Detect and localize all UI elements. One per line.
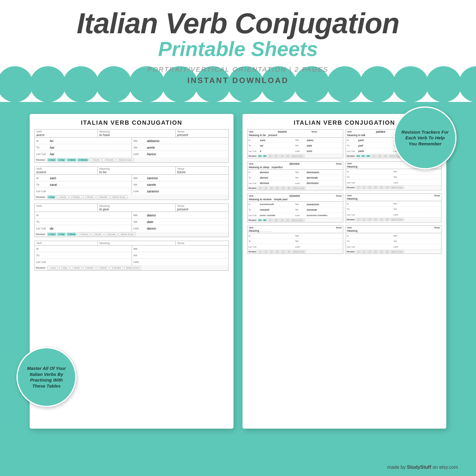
page-title: Italian Verb Conjugation	[0, 9, 476, 38]
footer: made by StudyStuff on etsy.com	[387, 465, 458, 470]
revision-row: Revision 1 Hour 1 Day 1 Week 2 Weeks 1 M…	[35, 265, 228, 270]
verb-label: Verb essere	[35, 167, 98, 174]
verb-body: Io Noidiamo Tu Voidate Lui / Leida Lorod…	[35, 212, 228, 232]
verb-header-row: Verb essere Meaning to be Tense future	[35, 167, 228, 175]
verb-row: Lorohanno	[132, 151, 228, 157]
revision-row: Revision 1 Day 1 Week 2 Weeks 1 Month 3 …	[35, 195, 228, 200]
verb-section-blank: Verb Meaning Tense Io Noi Tu Voi Lui / L…	[34, 241, 229, 271]
verb-header: Verb Tense Meaning	[346, 226, 441, 233]
verb-header-row: Verb Meaning to give Tense present	[35, 204, 228, 212]
verb-row: Tu	[35, 252, 132, 259]
verb-row: Io	[35, 245, 132, 252]
verb-blank-4a: Verb Tense Meaning IoNoi TuVoi Lui / Lei…	[247, 225, 343, 254]
verb-header: Verb Tense Meaning	[346, 194, 441, 201]
verb-section-essere: Verb essere Meaning to be Tense future I…	[34, 166, 229, 200]
verb-row: Lorodanno	[132, 225, 228, 232]
verb-blank-4b: Verb Tense Meaning IoNoi TuVoi Lui / Lei…	[346, 225, 442, 254]
verb-group-4: Verb Tense Meaning IoNoi TuVoi Lui / Lei…	[247, 225, 442, 254]
verb-group-3: Verb ricevere Tense Meaning to receive s…	[247, 193, 442, 222]
verb-header-row: Verb Meaning Tense	[35, 241, 228, 245]
verb-header: Verb dormire Tense Meaning to sleep impe…	[248, 162, 343, 170]
verb-row: Lorosaranno	[132, 188, 228, 195]
badge-right: Revision Trackers For Each Verb To Help …	[394, 106, 457, 169]
tense-label: Tense	[176, 241, 228, 245]
badge-right-text: Revision Trackers For Each Verb To Help …	[401, 129, 449, 147]
verb-section-dare: Verb Meaning to give Tense present Io No…	[34, 204, 229, 237]
verb-label: Verb	[35, 241, 98, 245]
verb-body: Ioho Noiabbiamo Tuhai Voiavete Lui / Lei…	[35, 138, 228, 157]
verb-row: Voi	[132, 252, 228, 259]
verb-ricevere: Verb ricevere Tense Meaning to receive s…	[247, 193, 343, 222]
verb-essere-present: Verb essere Tense Meaning to be present …	[247, 129, 343, 158]
verb-dormire: Verb dormire Tense Meaning to sleep impe…	[247, 161, 343, 190]
meaning-label: Meaning to have	[98, 129, 176, 137]
verb-label: Verb avere	[35, 129, 98, 137]
revision-row: Revision 1 Hour 1 Day 1 Week 2 Weeks 1 M…	[35, 157, 228, 162]
verb-blank-3: Verb Tense Meaning IoNoi TuVoi Lui / Lei…	[346, 193, 442, 222]
verb-header: Verb ricevere Tense Meaning to receive s…	[248, 194, 343, 202]
tense-label: Tense future	[176, 167, 228, 174]
sheet1-title: ITALIAN VERB CONJUGATION	[34, 119, 229, 126]
meaning-label: Meaning to be	[98, 167, 176, 174]
verb-row: Noiabbiamo	[132, 138, 228, 144]
verb-row: Lui / Leida	[35, 225, 132, 232]
verb-row: Tusarai	[35, 181, 132, 188]
footer-suffix: on etsy.com	[431, 465, 458, 470]
download-label: INSTANT DOWNLOAD	[0, 76, 476, 85]
verb-body: Io Noi Tu Voi Lui / Lei Loro	[35, 245, 228, 265]
verb-row: Voisarete	[132, 181, 228, 188]
badge-left: Master All Of Your Italian Verbs By Prac…	[16, 347, 76, 407]
verb-row: Tuhai	[35, 144, 132, 151]
header: Italian Verb Conjugation Printable Sheet…	[0, 0, 476, 85]
verb-row: Tu	[35, 219, 132, 225]
verb-row: Loro	[132, 259, 228, 265]
revision-row: Revision 1 Hour 1 Day 1 Week 2 Weeks 1 M…	[35, 232, 228, 237]
footer-brand: StudyStuff	[407, 465, 431, 470]
verb-row: Lui / Lei	[35, 188, 132, 195]
orientation-info: PORTRAIT/VERTICAL ORIENTATION | 2 PAGES	[0, 66, 476, 73]
verb-row: Noi	[132, 245, 228, 252]
verb-body: Iosarò Noisaremo Tusarai Voisarete Lui /…	[35, 175, 228, 195]
verb-row: Noisaremo	[132, 175, 228, 181]
verb-row: Lui / Leihai	[35, 151, 132, 157]
verb-row: Noidiamo	[132, 212, 228, 219]
verb-row: Voiavete	[132, 144, 228, 151]
verb-row: Voidate	[132, 219, 228, 225]
verb-label: Verb	[35, 204, 98, 212]
verb-row: Io	[35, 212, 132, 219]
badge-left-text: Master All Of Your Italian Verbs By Prac…	[24, 365, 69, 389]
verb-row: Ioho	[35, 138, 132, 144]
tense-label: Tense present	[176, 204, 228, 212]
footer-text: made by	[387, 465, 407, 470]
tense-label: Tense present	[176, 129, 228, 137]
verb-row: Iosarò	[35, 175, 132, 181]
verb-row: Lui / Lei	[35, 259, 132, 265]
verb-header: Verb Tense Meaning	[248, 226, 343, 233]
verb-section-avere: Verb avere Meaning to have Tense present…	[34, 129, 229, 163]
verb-header: Verb essere Tense Meaning to be present	[248, 129, 343, 138]
meaning-label: Meaning to give	[98, 204, 176, 212]
meaning-label: Meaning	[98, 241, 176, 245]
page-subtitle: Printable Sheets	[0, 38, 476, 60]
verb-header-row: Verb avere Meaning to have Tense present	[35, 129, 228, 138]
